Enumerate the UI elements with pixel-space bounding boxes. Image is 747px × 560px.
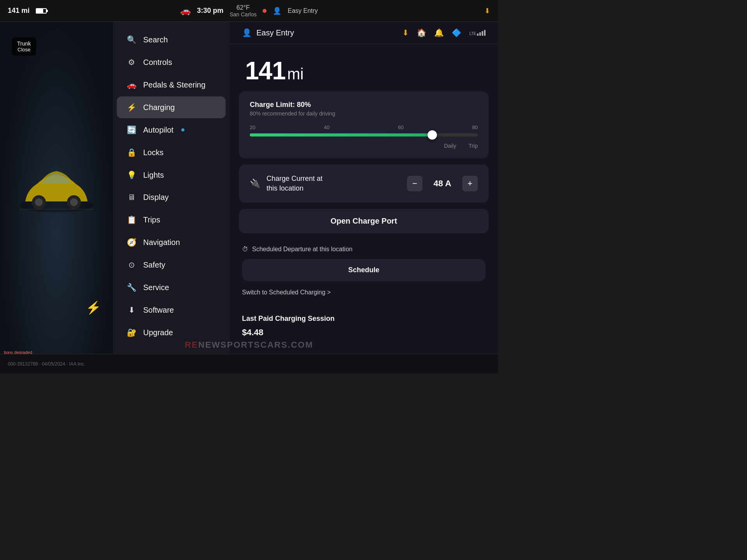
daily-mode-button[interactable]: Daily [444,143,456,149]
sidebar-menu: 🔍Search⚙Controls🚗Pedals & Steering⚡Charg… [113,22,230,373]
car-silhouette-svg [14,155,99,225]
sidebar-item-label-upgrade: Upgrade [143,328,173,337]
charge-limit-subtitle: 80% recommended for daily driving [250,110,478,117]
sidebar-item-safety[interactable]: ⊙Safety [117,254,226,276]
signal-bars [477,30,486,36]
scheduled-departure-text: Scheduled Departure at this location [252,246,352,253]
signal-bar-2 [479,32,481,36]
status-bar-center: 🚗 3:30 pm 62°F San Carlos 👤 Easy Entry [86,4,412,18]
upgrade-icon: 🔐 [126,328,137,337]
schedule-button[interactable]: Schedule [242,259,486,281]
charge-slider-fill [250,133,432,136]
sidebar-item-locks[interactable]: 🔒Locks [117,142,226,163]
charging-lightning-icon: ⚡ [86,300,101,315]
service-icon: 🔧 [126,283,137,292]
panel-header: 👤 Easy Entry ⬇ 🏠 🔔 🔷 LTE [230,22,498,44]
open-charge-port-button[interactable]: Open Charge Port [239,209,489,233]
increase-current-button[interactable]: + [462,176,478,191]
scale-40: 40 [324,124,330,130]
scale-20: 20 [250,124,255,130]
controls-icon: ⚙ [126,58,137,67]
scheduled-departure-section: ⏱ Scheduled Departure at this location S… [239,240,489,305]
sidebar-item-autopilot[interactable]: 🔄Autopilot [117,119,226,141]
profile-icon: 👤 [273,7,281,15]
scheduled-departure-header: ⏱ Scheduled Departure at this location [242,246,486,253]
sidebar-item-upgrade[interactable]: 🔐Upgrade [117,322,226,343]
battery-range: 141 mi [8,7,30,15]
last-charging-title: Last Paid Charging Session [242,315,486,323]
range-section: 141 mi [230,44,498,91]
pedals-icon: 🚗 [126,80,137,89]
clock-icon: ⏱ [242,246,248,253]
sidebar-item-label-locks: Locks [143,148,163,157]
sidebar-item-label-software: Software [143,306,174,315]
sidebar-item-display[interactable]: 🖥Display [117,187,226,208]
scroll-content: 141 mi Charge Limit: 80% 80% recommended… [230,44,498,370]
charge-current-label: Charge Current atthis location [267,174,323,193]
home-icon[interactable]: 🏠 [417,28,426,37]
trip-mode-button[interactable]: Trip [468,143,478,149]
status-bar-right: ⬇ [412,7,490,15]
plug-icon: 🔌 [250,178,260,189]
car-silhouette-area [0,53,113,327]
sidebar-item-charging[interactable]: ⚡Charging [117,96,226,118]
panel-title: Easy Entry [256,28,294,37]
decrease-current-button[interactable]: − [407,176,423,191]
charge-current-controls: − 48 A + [407,176,478,191]
status-bar: 141 mi 🚗 3:30 pm 62°F San Carlos 👤 Easy … [0,0,498,22]
charge-mode-buttons: Daily Trip [250,143,478,149]
signal-bar-3 [482,31,483,36]
last-charging-amount: $4.48 [242,327,486,338]
sidebar-items: 🔍Search⚙Controls🚗Pedals & Steering⚡Charg… [113,29,230,343]
download-icon[interactable]: ⬇ [402,28,409,37]
trunk-close-text: Close [17,47,31,52]
trunk-text: Trunk [17,40,31,47]
status-bar-left: 141 mi [8,7,86,15]
lights-icon: 💡 [126,170,137,180]
main-content: Trunk Close ⚡ [0,22,498,373]
charge-slider-thumb[interactable] [428,130,437,140]
sidebar-item-label-lights: Lights [143,171,164,180]
charge-scale: 20 40 60 80 [250,124,478,130]
update-download-icon: ⬇ [484,7,490,15]
range-unit: mi [287,65,303,82]
sidebar-item-label-search: Search [143,35,168,44]
bluetooth-icon[interactable]: 🔷 [452,28,461,37]
switch-charging-link[interactable]: Switch to Scheduled Charging > [242,286,486,299]
charge-current-left: 🔌 Charge Current atthis location [250,174,323,193]
battery-icon [36,8,47,14]
bell-icon[interactable]: 🔔 [434,28,444,37]
scale-60: 60 [398,124,403,130]
charge-slider-container[interactable] [250,133,478,136]
lte-indicator: LTE [469,30,486,36]
charge-slider-track [250,133,478,136]
main-panel: 👤 Easy Entry ⬇ 🏠 🔔 🔷 LTE [230,22,498,373]
charging-icon: ⚡ [126,103,137,112]
sidebar-item-lights[interactable]: 💡Lights [117,164,226,186]
search-icon: 🔍 [126,35,137,44]
charge-limit-card: Charge Limit: 80% 80% recommended for da… [239,91,489,158]
navigation-icon: 🧭 [126,238,137,247]
sidebar-item-service[interactable]: 🔧Service [117,276,226,298]
last-paid-charging-section: Last Paid Charging Session $4.48 [239,308,489,344]
current-value: 48 A [429,178,456,189]
sidebar-item-label-display: Display [143,193,169,202]
sidebar-item-label-charging: Charging [143,103,175,112]
svg-point-2 [35,198,43,206]
trips-icon: 📋 [126,215,137,224]
panel-header-right: ⬇ 🏠 🔔 🔷 LTE [402,28,486,37]
sidebar-item-label-navigation: Navigation [143,238,180,247]
sidebar-item-navigation[interactable]: 🧭Navigation [117,231,226,253]
sidebar-item-software[interactable]: ⬇Software [117,299,226,321]
status-time: 3:30 pm [197,7,223,15]
sidebar-item-controls[interactable]: ⚙Controls [117,51,226,73]
sidebar-item-trips[interactable]: 📋Trips [117,209,226,231]
sidebar-item-label-autopilot: Autopilot [143,126,174,135]
software-icon: ⬇ [126,305,137,315]
sidebar-item-label-controls: Controls [143,58,172,67]
lte-text: LTE [469,32,476,36]
locks-icon: 🔒 [126,148,137,157]
sidebar-item-search[interactable]: 🔍Search [117,29,226,51]
sidebar-item-pedals[interactable]: 🚗Pedals & Steering [117,74,226,96]
bottom-bar-text: 000-39132788 · 04/05/2024 · IAA Inc. [8,361,85,367]
